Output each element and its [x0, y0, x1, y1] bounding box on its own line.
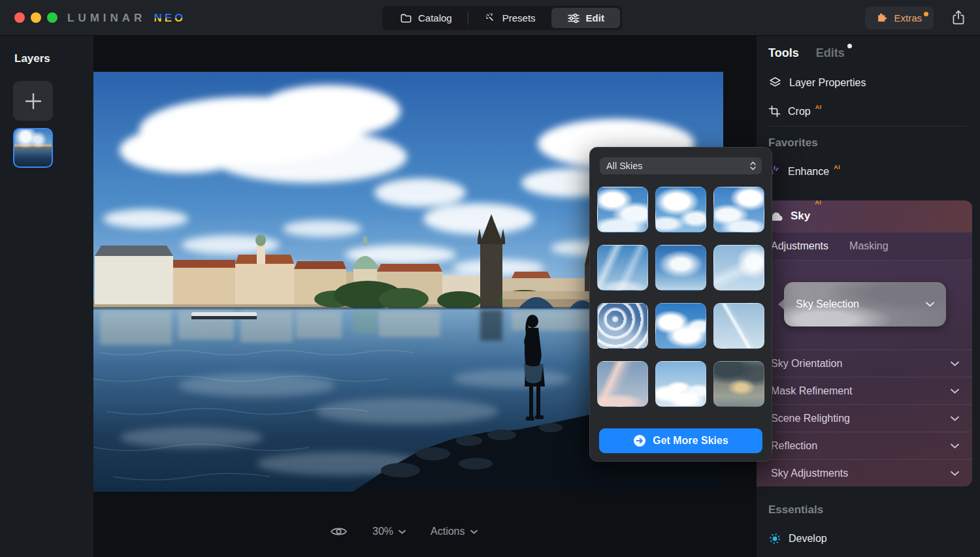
edits-notification-dot: [847, 44, 852, 48]
zoom-level-dropdown[interactable]: 30%: [372, 526, 406, 537]
essentials-section-title: Essentials: [768, 503, 823, 517]
sliders-icon: [567, 12, 580, 24]
panel-tab-bar: Tools Edits: [768, 46, 845, 60]
actions-label: Actions: [431, 526, 465, 537]
sky-thumbnail[interactable]: [655, 361, 706, 407]
get-more-skies-label: Get More Skies: [653, 435, 728, 447]
sun-icon: [768, 532, 781, 545]
logo-neo: NEO: [154, 12, 186, 25]
tab-edit[interactable]: Edit: [551, 8, 620, 28]
sky-thumbnail[interactable]: [713, 187, 764, 232]
section-sky-orientation[interactable]: Sky Orientation: [757, 349, 972, 377]
tab-presets-label: Presets: [502, 12, 536, 24]
sky-thumbnail[interactable]: [713, 245, 764, 291]
layers-panel-title: Layers: [14, 52, 50, 65]
sky-thumbnail[interactable]: [597, 245, 648, 291]
tool-enhance[interactable]: Enhance AI: [768, 165, 840, 178]
sky-thumbnail[interactable]: [655, 303, 706, 349]
canvas-status-bar: 30% Actions: [330, 525, 478, 538]
zoom-window-button[interactable]: [47, 12, 57, 23]
chevron-down-icon: [951, 471, 959, 476]
ai-badge: AI: [815, 104, 822, 110]
sky-tool-header[interactable]: Sky AI: [757, 200, 972, 232]
sky-tool-label: Sky: [791, 210, 810, 223]
minimize-window-button[interactable]: [31, 12, 41, 23]
sky-filter-select[interactable]: All Skies: [600, 157, 762, 174]
eye-icon: [330, 525, 348, 538]
plus-icon: [24, 91, 43, 111]
section-reflection[interactable]: Reflection: [757, 432, 972, 459]
up-down-chevrons-icon: [749, 161, 757, 170]
tab-presets[interactable]: Presets: [468, 8, 551, 28]
compare-eye-button[interactable]: [330, 525, 348, 538]
zoom-level-value: 30%: [372, 526, 393, 537]
tools-panel: Tools Edits Layer Properties Crop AI Fav…: [757, 36, 980, 557]
tool-label: Develop: [789, 533, 827, 545]
actions-dropdown[interactable]: Actions: [431, 526, 477, 537]
extras-button[interactable]: Extras: [865, 7, 934, 29]
wand-sparkle-icon: [484, 12, 497, 24]
tab-tools[interactable]: Tools: [768, 46, 799, 60]
section-mask-refinement[interactable]: Mask Refinement: [757, 377, 972, 404]
app-window: LUMINAR NEO Catalog Presets Edit Extras: [0, 0, 980, 557]
sky-selection-popup: All Skies Get More Skies: [589, 147, 772, 462]
tool-label: Layer Properties: [789, 77, 866, 89]
crop-icon: [768, 105, 781, 118]
panel-divider: [767, 126, 967, 127]
sky-filter-value: All Skies: [606, 161, 643, 171]
tool-label: Crop: [788, 106, 811, 118]
layers-icon: [768, 76, 782, 89]
get-more-skies-button[interactable]: Get More Skies: [599, 428, 762, 453]
favorites-section-title: Favorites: [768, 136, 818, 150]
section-sky-adjustments[interactable]: Sky Adjustments: [757, 459, 972, 486]
add-layer-button[interactable]: [13, 81, 53, 121]
tool-label: Enhance: [788, 166, 829, 178]
share-button[interactable]: [950, 9, 967, 27]
layers-sidebar: Layers: [0, 36, 93, 557]
chevron-down-icon: [399, 530, 406, 534]
sky-tab-adjustments[interactable]: Adjustments: [771, 240, 828, 252]
share-icon: [950, 9, 967, 27]
layer-thumbnail-selected[interactable]: [13, 128, 53, 168]
sky-sections: Sky Orientation Mask Refinement Scene Re…: [757, 349, 972, 486]
tab-catalog-label: Catalog: [418, 12, 452, 24]
tool-develop[interactable]: Develop: [768, 532, 827, 545]
sky-thumbnail[interactable]: [713, 303, 764, 349]
sky-thumbnail[interactable]: [713, 361, 764, 407]
tool-layer-properties[interactable]: Layer Properties: [768, 76, 866, 89]
sky-thumbnail[interactable]: [597, 187, 648, 232]
puzzle-icon: [877, 12, 888, 24]
sky-thumbnail-grid: [598, 187, 764, 407]
chevron-down-icon: [951, 416, 959, 421]
sky-tab-bar: Adjustments Masking: [757, 232, 972, 261]
sky-thumbnail[interactable]: [597, 303, 648, 349]
mode-tab-group: Catalog Presets Edit: [382, 6, 622, 30]
sky-thumbnail[interactable]: [655, 187, 706, 232]
extras-notification-dot: [924, 12, 928, 16]
tab-catalog[interactable]: Catalog: [384, 8, 468, 28]
ai-badge: AI: [834, 164, 840, 170]
chevron-down-icon: [951, 443, 959, 449]
titlebar: LUMINAR NEO Catalog Presets Edit Extras: [0, 0, 980, 36]
sky-thumbnail[interactable]: [597, 361, 648, 407]
tab-edits[interactable]: Edits: [816, 46, 845, 60]
arrow-right-circle-icon: [633, 434, 646, 447]
ai-badge: AI: [815, 200, 821, 206]
chevron-down-icon: [926, 302, 934, 307]
app-logo: LUMINAR NEO: [67, 12, 186, 25]
section-scene-relighting[interactable]: Scene Relighting: [757, 404, 972, 432]
chevron-down-icon: [470, 530, 478, 534]
sky-selection-label: Sky Selection: [796, 298, 859, 310]
close-window-button[interactable]: [14, 12, 25, 23]
logo-luminar: LUMINAR: [67, 12, 146, 25]
chevron-down-icon: [951, 389, 959, 394]
tab-edit-label: Edit: [586, 12, 604, 24]
chevron-down-icon: [951, 361, 959, 366]
sky-selection-dropdown[interactable]: Sky Selection: [784, 282, 946, 326]
sky-thumbnail[interactable]: [655, 245, 706, 291]
sky-tool-panel: Sky AI Adjustments Masking Sky Selection…: [757, 200, 972, 486]
tool-crop[interactable]: Crop AI: [768, 105, 822, 118]
sky-tab-masking[interactable]: Masking: [849, 240, 889, 252]
extras-label: Extras: [894, 12, 922, 24]
window-controls: [14, 12, 57, 23]
